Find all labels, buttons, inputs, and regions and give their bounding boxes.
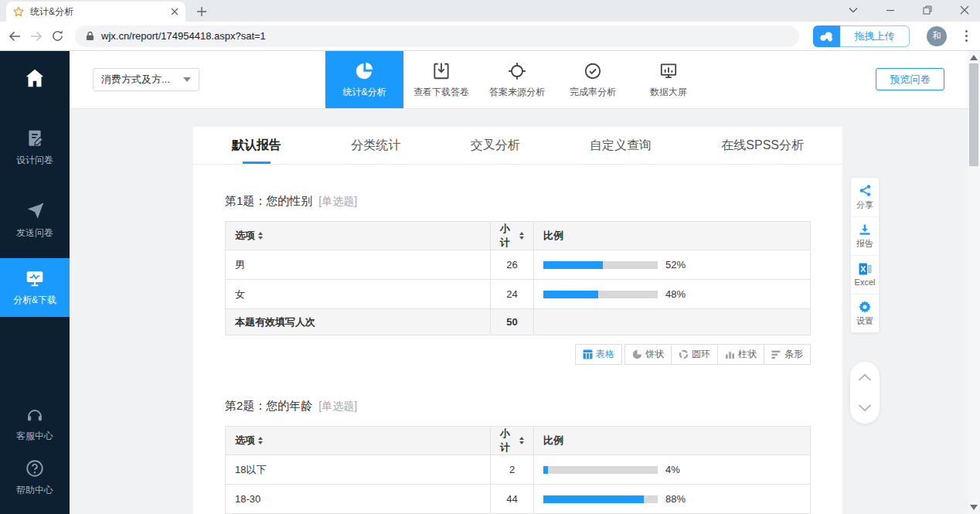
tool-label: 报告 bbox=[856, 238, 873, 250]
sidebar-item-send[interactable]: 发送问卷 bbox=[0, 193, 70, 247]
page-scrollbar[interactable] bbox=[968, 51, 980, 514]
question-2-table: 选项 小计 比例 18以下 2 bbox=[225, 426, 811, 514]
sidebar-item-label: 分析&下载 bbox=[13, 294, 56, 307]
column-header-option[interactable]: 选项 bbox=[226, 427, 491, 455]
chart-type-table-button[interactable]: 表格 bbox=[575, 344, 622, 365]
chart-type-donut-button[interactable]: 圆环 bbox=[671, 344, 718, 365]
nav-item-view-answers[interactable]: 查看下载答卷 bbox=[403, 51, 479, 108]
tool-label: 分享 bbox=[856, 199, 873, 211]
tab-title: 统计&分析 bbox=[30, 5, 165, 19]
sidebar-item-design[interactable]: 设计问卷 bbox=[0, 121, 70, 175]
reload-icon[interactable] bbox=[51, 29, 64, 43]
analyze-monitor-icon bbox=[24, 268, 46, 288]
minimize-icon[interactable] bbox=[886, 5, 895, 15]
ratio-bar-track bbox=[543, 466, 658, 474]
tab-search-chevron-icon[interactable] bbox=[849, 7, 858, 13]
sidebar-item-label: 设计问卷 bbox=[16, 154, 53, 167]
browser-tab[interactable]: 统计&分析 bbox=[6, 2, 185, 22]
ratio-bar-track bbox=[543, 291, 658, 298]
settings-button[interactable]: 设置 bbox=[851, 294, 879, 332]
sidebar-item-label: 发送问卷 bbox=[16, 226, 53, 240]
sort-icon bbox=[519, 232, 524, 240]
scrollbar-up-arrow[interactable] bbox=[970, 55, 978, 60]
question-type-tag: [单选题] bbox=[318, 195, 357, 209]
column-header-ratio: 比例 bbox=[534, 222, 811, 250]
nav-item-data-screen[interactable]: 数据大屏 bbox=[631, 51, 706, 108]
browser-profile-avatar[interactable]: 和 bbox=[927, 26, 947, 46]
excel-export-button[interactable]: Excel bbox=[851, 255, 879, 294]
ratio-bar-fill bbox=[543, 495, 644, 503]
sidebar-item-service[interactable]: 客服中心 bbox=[0, 398, 70, 451]
share-icon bbox=[859, 184, 872, 197]
column-header-ratio: 比例 bbox=[534, 427, 811, 455]
browser-menu-icon[interactable] bbox=[961, 27, 972, 45]
forward-icon[interactable] bbox=[29, 29, 43, 43]
netdisk-cloud-icon bbox=[813, 26, 840, 47]
tab-online-spss[interactable]: 在线SPSS分析 bbox=[721, 127, 804, 164]
chart-type-column-button[interactable]: 柱状 bbox=[717, 344, 764, 365]
preview-survey-button[interactable]: 预览问卷 bbox=[876, 68, 944, 90]
tab-category-stats[interactable]: 分类统计 bbox=[351, 127, 400, 164]
ratio-percent: 52% bbox=[665, 259, 686, 271]
share-button[interactable]: 分享 bbox=[851, 178, 879, 216]
new-tab-button[interactable] bbox=[196, 6, 207, 17]
netdisk-extension-button[interactable]: 拖拽上传 bbox=[813, 26, 910, 47]
check-circle-icon bbox=[583, 61, 603, 81]
count-cell: 24 bbox=[491, 280, 534, 309]
tool-label: 设置 bbox=[856, 315, 873, 327]
restore-icon[interactable] bbox=[923, 5, 932, 15]
column-header-count[interactable]: 小计 bbox=[491, 427, 534, 455]
question-2-title: 第2题：您的年龄 [单选题] bbox=[225, 399, 811, 414]
tab-custom-query[interactable]: 自定义查询 bbox=[590, 127, 652, 164]
scrollbar-thumb[interactable] bbox=[969, 63, 978, 166]
nav-item-answer-source[interactable]: 答案来源分析 bbox=[479, 51, 555, 108]
floating-tools: 分享 报告 Excel bbox=[850, 177, 880, 333]
favicon-star-icon bbox=[13, 6, 24, 17]
content-area: 默认报告 分类统计 交叉分析 自定义查询 在线SPSS分析 第1题：您的性别 [… bbox=[70, 108, 968, 514]
sidebar-item-analyze[interactable]: 分析&下载 bbox=[0, 258, 70, 317]
lock-icon bbox=[86, 31, 94, 41]
count-cell: 2 bbox=[491, 455, 534, 485]
report-card: 默认报告 分类统计 交叉分析 自定义查询 在线SPSS分析 第1题：您的性别 [… bbox=[193, 127, 842, 514]
survey-selector-dropdown[interactable]: 消费方式及方... bbox=[93, 68, 199, 91]
chevron-down-icon bbox=[183, 77, 191, 82]
question-title-text: 第1题：您的性别 bbox=[225, 194, 312, 209]
sidebar-item-home[interactable] bbox=[0, 51, 70, 100]
ratio-bar-fill bbox=[543, 291, 598, 298]
sort-icon bbox=[258, 232, 263, 240]
ratio-cell: 52% bbox=[534, 250, 811, 280]
nav-item-completion-rate[interactable]: 完成率分析 bbox=[555, 51, 631, 108]
home-icon bbox=[22, 66, 47, 90]
scrollbar-down-arrow[interactable] bbox=[970, 505, 978, 510]
ratio-bar-fill bbox=[543, 261, 603, 269]
nav-item-label: 数据大屏 bbox=[650, 86, 687, 99]
download-box-icon bbox=[431, 61, 451, 81]
headset-icon bbox=[25, 406, 45, 424]
table-footer-row: 本题有效填写人次 50 bbox=[226, 309, 811, 335]
report-download-button[interactable]: 报告 bbox=[851, 216, 879, 255]
column-header-option[interactable]: 选项 bbox=[226, 222, 491, 250]
excel-icon bbox=[859, 263, 872, 275]
chevron-up-icon[interactable] bbox=[858, 373, 872, 381]
nav-item-statistics[interactable]: 统计&分析 bbox=[325, 51, 403, 108]
tab-cross-analysis[interactable]: 交叉分析 bbox=[471, 127, 520, 164]
sidebar-item-label: 帮助中心 bbox=[16, 484, 53, 497]
chevron-down-icon[interactable] bbox=[858, 404, 872, 412]
column-header-count[interactable]: 小计 bbox=[491, 222, 534, 250]
ratio-bar-fill bbox=[543, 466, 548, 474]
close-window-icon[interactable] bbox=[960, 5, 969, 15]
tab-default-report[interactable]: 默认报告 bbox=[232, 127, 281, 164]
tab-close-icon[interactable] bbox=[171, 8, 179, 15]
back-icon[interactable] bbox=[8, 29, 22, 43]
option-cell: 女 bbox=[226, 280, 491, 309]
ratio-percent: 48% bbox=[665, 288, 686, 300]
table-row: 女 24 48% bbox=[226, 280, 811, 309]
url-bar[interactable]: wjx.cn/report/174954418.aspx?sat=1 bbox=[75, 26, 799, 47]
data-screen-icon bbox=[658, 61, 679, 81]
chart-type-bar-button[interactable]: 条形 bbox=[764, 344, 811, 365]
sidebar-item-help[interactable]: 帮助中心 bbox=[0, 451, 70, 505]
target-icon bbox=[507, 61, 527, 81]
chart-type-pie-button[interactable]: 饼状 bbox=[624, 344, 672, 365]
donut-icon bbox=[679, 349, 689, 359]
chart-type-switcher: 表格 饼状 圆环 柱状 bbox=[225, 344, 811, 365]
